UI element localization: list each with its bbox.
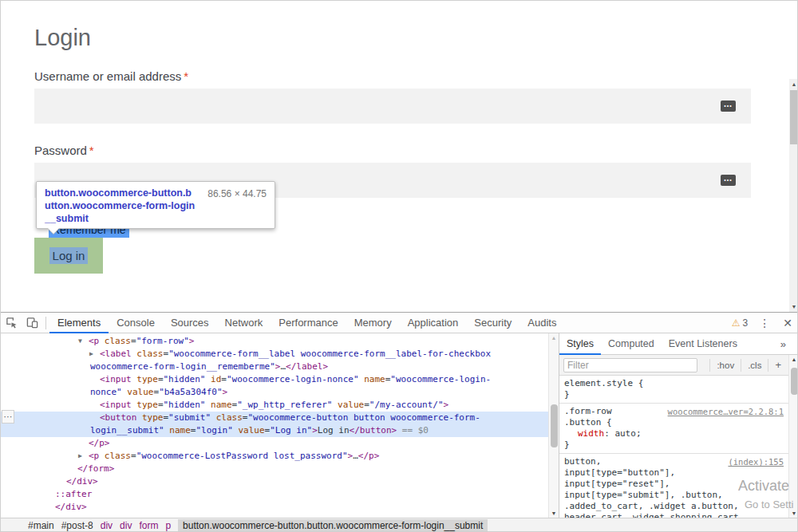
expand-arrow-open-icon[interactable]: ▼ (78, 335, 89, 348)
more-tabs-icon[interactable]: » (776, 338, 798, 350)
expand-arrow-closed-icon[interactable]: ▶ (78, 450, 89, 463)
pseudo-state-toggle[interactable]: :hov (709, 359, 741, 372)
devtools-tab-application[interactable]: Application (400, 313, 467, 333)
device-toolbar-icon[interactable] (22, 313, 42, 333)
tree-row[interactable]: nonce" value="b4a5a304f0"> (1, 386, 548, 399)
code-token: "hidden" (164, 400, 206, 410)
styles-filter-input[interactable] (563, 358, 697, 372)
tree-row[interactable]: ▶<label class="woocommerce-form__label w… (1, 348, 548, 361)
css-declaration[interactable]: width: auto; (564, 428, 784, 439)
devtools-toolbar-right: ⚠ 3 ⋮ ✕ (732, 317, 798, 329)
input-reveal-icon[interactable]: ••• (721, 175, 736, 186)
console-warning-badge[interactable]: ⚠ 3 (732, 317, 748, 329)
css-selector-line[interactable]: element.style { (564, 378, 784, 389)
css-selector-line[interactable]: input[type="button"], (564, 467, 784, 479)
username-input[interactable]: ••• (34, 89, 751, 124)
tree-row[interactable]: ::after (1, 488, 548, 501)
login-button[interactable]: Log in (34, 238, 103, 274)
styles-scrollbar-thumb[interactable] (791, 368, 798, 395)
tree-row[interactable]: login__submit" name="login" value="Log i… (1, 424, 548, 437)
tree-row[interactable]: <button type="submit" class="woocommerce… (1, 412, 548, 424)
styles-tab-event-listeners[interactable]: Event Listeners (662, 333, 745, 355)
breadcrumb-item[interactable]: #post-8 (61, 520, 93, 531)
new-style-rule-button[interactable]: + (768, 359, 788, 372)
tree-row[interactable]: </form> (1, 463, 548, 475)
overflow-ellipsis-icon[interactable]: ⋯ (2, 410, 14, 424)
scroll-down-icon[interactable]: ▼ (789, 510, 798, 516)
css-selector-line[interactable]: header-cart .widget_shopping_cart (564, 512, 784, 518)
css-selector-line[interactable]: woocommerce…ver=2.2.8:1.form-row (564, 406, 784, 417)
devtools-tab-console[interactable]: Console (109, 313, 163, 333)
elements-scrollbar-thumb[interactable] (551, 404, 558, 447)
warning-icon: ⚠ (732, 317, 741, 329)
tree-row[interactable]: <input type="hidden" id="woocommerce-log… (1, 373, 548, 386)
tree-row[interactable]: </div> (1, 501, 548, 514)
code-token: </p> (89, 438, 110, 448)
code-token: = (131, 336, 136, 346)
scroll-down-icon[interactable]: ▼ (549, 510, 559, 516)
expand-arrow-closed-icon[interactable]: ▶ (89, 348, 100, 361)
tooltip-selector-line: utton.woocommerce-form-login (45, 199, 267, 212)
code-token: "woocommerce-login- (390, 374, 491, 384)
inspect-element-icon[interactable] (1, 313, 22, 333)
devtools-close-icon[interactable]: ✕ (776, 317, 798, 329)
breadcrumb-item[interactable]: form (139, 520, 158, 531)
devtools-tab-security[interactable]: Security (466, 313, 519, 333)
code-token: class (99, 336, 131, 346)
tree-row[interactable]: </div> (1, 475, 548, 488)
code-token: "Log in" (270, 425, 312, 435)
tree-row[interactable]: woocommerce-form-login__rememberme">…</l… (1, 361, 548, 373)
css-selector-line[interactable]: .added_to_cart, .widget a.button, (564, 501, 784, 512)
elements-tree: ▼<p class="form-row">▶<label class="wooc… (1, 333, 548, 518)
code-token: = (158, 374, 164, 384)
styles-pane: StylesComputedEvent Listeners » :hov .cl… (559, 333, 798, 518)
scroll-up-icon[interactable]: ▲ (789, 79, 798, 89)
devtools-tab-network[interactable]: Network (217, 313, 271, 333)
code-token: type (132, 400, 158, 410)
tree-row[interactable]: <input type="hidden" name="_wp_http_refe… (1, 399, 548, 412)
tooltip-selector-line: __submit (45, 212, 267, 225)
code-token: "b4a5a304f0" (159, 387, 222, 397)
scroll-up-icon[interactable]: ▲ (549, 335, 559, 341)
devtools-tab-memory[interactable]: Memory (346, 313, 400, 333)
code-token: id (205, 374, 221, 384)
scroll-down-icon[interactable]: ▼ (789, 301, 798, 312)
breadcrumb-item-selected[interactable]: button.woocommerce-button.button.woocomm… (178, 519, 488, 532)
css-selector-text: element.style { (564, 378, 643, 388)
devtools-menu-icon[interactable]: ⋮ (753, 317, 776, 329)
browser-window: Login Username or email address* ••• Pas… (0, 0, 798, 532)
breadcrumb-item[interactable]: div (120, 520, 132, 531)
scroll-up-icon[interactable]: ▲ (789, 357, 798, 362)
tooltip-dimensions: 86.56 × 44.75 (207, 188, 267, 199)
css-selector-text: .added_to_cart, .widget a.button, (564, 501, 739, 511)
elements-scrollbar[interactable]: ▲ ▼ (548, 333, 559, 518)
css-property: width (578, 428, 604, 439)
tree-row[interactable]: ▶<p class="woocommerce-LostPassword lost… (1, 450, 548, 463)
tree-row[interactable]: </p> (1, 437, 548, 450)
css-source-link[interactable]: (index):155 (728, 456, 784, 467)
css-selector-line[interactable]: .button { (564, 417, 784, 428)
devtools-tab-elements[interactable]: Elements (49, 313, 109, 333)
styles-tab-computed[interactable]: Computed (601, 333, 662, 355)
code-token: <button (100, 412, 136, 423)
css-selector-line[interactable]: input[type="reset"], (564, 479, 784, 490)
page-scrollbar[interactable]: ▲ ▼ (789, 79, 798, 312)
code-token: name (205, 400, 231, 410)
styles-scrollbar[interactable]: ▲ ▼ (788, 355, 798, 518)
breadcrumb-item[interactable]: p (165, 520, 171, 531)
css-selector-line[interactable]: (index):155button, (564, 456, 784, 467)
styles-tab-styles[interactable]: Styles (559, 333, 601, 355)
code-token: </p> (358, 451, 380, 461)
devtools-tab-performance[interactable]: Performance (271, 313, 346, 333)
devtools-tab-sources[interactable]: Sources (163, 313, 217, 333)
input-reveal-icon[interactable]: ••• (721, 100, 736, 112)
page-scrollbar-thumb[interactable] (790, 90, 798, 144)
css-selector-line[interactable]: input[type="submit"], .button, (564, 490, 784, 501)
breadcrumb-item[interactable]: div (101, 520, 113, 531)
styles-tab-strip: StylesComputedEvent Listeners (559, 333, 745, 355)
breadcrumb-item[interactable]: #main (28, 520, 54, 531)
css-source-link[interactable]: woocommerce…ver=2.2.8:1 (668, 406, 784, 417)
devtools-tab-audits[interactable]: Audits (519, 313, 564, 333)
tree-row[interactable]: ▼<p class="form-row"> (1, 335, 548, 348)
element-classes-toggle[interactable]: .cls (741, 359, 768, 372)
